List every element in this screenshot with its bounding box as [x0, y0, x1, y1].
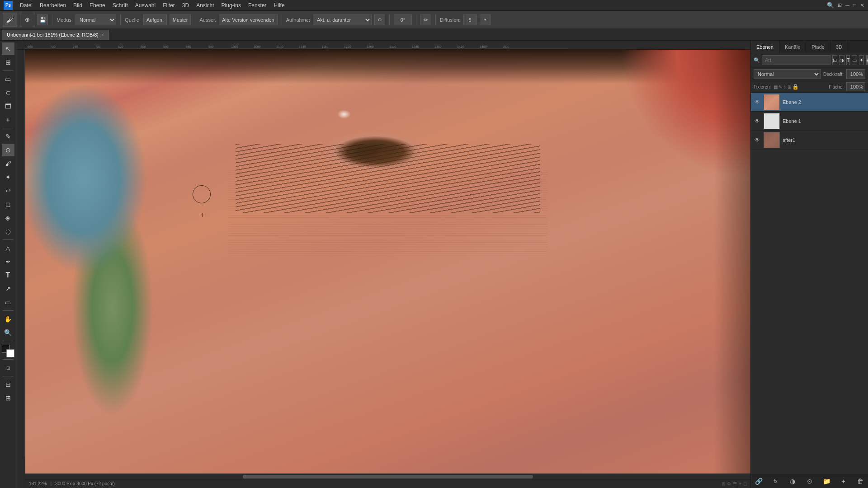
eraser-tool[interactable]: ◻	[2, 198, 14, 211]
menu-schrift[interactable]: Schrift	[113, 2, 128, 9]
horizontal-scrollbar[interactable]	[25, 474, 750, 479]
layer-filter-pixel[interactable]: ⊡	[832, 55, 837, 65]
layer-filter-smart[interactable]: ✦	[859, 55, 864, 65]
diffusion-arrow[interactable]: ▾	[480, 14, 491, 25]
opacity-input[interactable]	[846, 69, 865, 79]
tab-kanaele[interactable]: Kanäle	[779, 41, 806, 53]
text-tool[interactable]: T	[2, 269, 14, 282]
tab-ebenen[interactable]: Ebenen	[751, 41, 779, 53]
lock-position-icon[interactable]: ✛	[783, 84, 787, 89]
clone-stamp-tool[interactable]: ✦	[2, 171, 14, 183]
canvas-area[interactable]: 660 700 740 780 820 860 900 940 980 1020…	[16, 41, 750, 488]
tool-icon-heal2[interactable]: ⊕	[20, 13, 34, 27]
lasso-tool[interactable]: ⊂	[2, 86, 14, 99]
layer-item-ebene2[interactable]: 👁 Ebene 2	[751, 93, 868, 112]
menu-ebene[interactable]: Ebene	[90, 2, 105, 9]
dodge-tool[interactable]: △	[2, 242, 14, 254]
search-icon[interactable]: 🔍	[827, 2, 834, 9]
brush-tool[interactable]: 🖌	[2, 157, 14, 170]
tab-bar: Unbenannt-1 bei 181% (Ebene 2, RGB/8) ×	[0, 29, 868, 41]
layer-filter-type[interactable]: T	[846, 55, 850, 65]
hand-tool[interactable]: ✋	[2, 313, 14, 325]
menu-auswahl[interactable]: Auswahl	[135, 2, 156, 9]
panel-tabs: Ebenen Kanäle Pfade 3D	[751, 41, 868, 53]
lock-paint-icon[interactable]: ✎	[778, 84, 782, 89]
menu-bearbeiten[interactable]: Bearbeiten	[40, 2, 66, 9]
menu-filter[interactable]: Filter	[163, 2, 175, 9]
gradient-tool[interactable]: ◈	[2, 211, 14, 224]
layer-group-button[interactable]: 📁	[821, 476, 831, 486]
toolbar-separator-7	[3, 376, 14, 376]
lock-all-icon[interactable]: 🔒	[792, 84, 799, 90]
tab-3d[interactable]: 3D	[830, 41, 848, 53]
layer-delete-button[interactable]: 🗑	[855, 476, 865, 486]
angle-input[interactable]	[394, 14, 412, 25]
window-minimize[interactable]: ─	[845, 2, 849, 9]
object-select-tool[interactable]: 🗔	[2, 100, 14, 113]
lock-artboard-icon[interactable]: ⊞	[788, 84, 791, 89]
layer-filter-toggle[interactable]: ◉	[866, 55, 868, 65]
fill-input[interactable]	[846, 82, 865, 91]
tab-close-button[interactable]: ×	[101, 33, 104, 38]
separator-6	[416, 14, 416, 25]
blend-mode-select[interactable]: Normal	[754, 69, 821, 79]
layer-adjust-button[interactable]: ⊙	[805, 476, 815, 486]
blur-tool[interactable]: ◌	[2, 225, 14, 238]
left-toolbar: ↖ ⊞ ▭ ⊂ 🗔 ⌗ ✎ ⊙ 🖌 ✦ ↩ ◻ ◈ ◌ △ ✒ T ↗ ▭ ✋ …	[0, 41, 16, 488]
menu-plugins[interactable]: Plug-ins	[222, 2, 241, 9]
muster-button[interactable]: Muster	[170, 14, 191, 25]
shape-tool[interactable]: ▭	[2, 296, 14, 309]
layer-visibility-after1[interactable]: 👁	[754, 136, 761, 144]
marquee-tool[interactable]: ▭	[2, 73, 14, 85]
path-select-tool[interactable]: ↗	[2, 282, 14, 295]
layer-visibility-ebene2[interactable]: 👁	[754, 99, 761, 106]
scrollbar-thumb[interactable]	[243, 475, 533, 479]
document-tab[interactable]: Unbenannt-1 bei 181% (Ebene 2, RGB/8) ×	[2, 30, 109, 40]
pen-tool[interactable]: ✒	[2, 255, 14, 268]
lock-label: Fixieren:	[754, 84, 771, 89]
ruler-left	[16, 50, 25, 488]
brush-icon[interactable]: ✏	[420, 14, 431, 25]
tool-save-icon[interactable]: 💾	[37, 14, 48, 25]
quick-mask-tool[interactable]: ⊡	[2, 361, 14, 374]
layer-style-button[interactable]: fx	[771, 476, 781, 486]
healing-brush-tool[interactable]: ⊙	[2, 144, 14, 156]
layer-search-input[interactable]	[762, 55, 830, 65]
crop-tool[interactable]: ⌗	[2, 113, 14, 126]
history-brush-tool[interactable]: ↩	[2, 184, 14, 197]
menu-hilfe[interactable]: Hilfe	[274, 2, 285, 9]
layer-new-button[interactable]: +	[839, 476, 849, 486]
menu-datei[interactable]: Datei	[20, 2, 33, 9]
separator-3	[195, 14, 195, 25]
menu-fenster[interactable]: Fenster	[248, 2, 267, 9]
layer-mask-button[interactable]: ◑	[788, 476, 797, 486]
modus-select[interactable]: Normal	[75, 14, 116, 25]
sample-icon[interactable]: ⊙	[374, 14, 385, 25]
tool-icon-heal[interactable]: 🖌	[3, 13, 17, 27]
diffusion-input[interactable]	[463, 14, 477, 25]
layer-link-button[interactable]: 🔗	[754, 476, 764, 486]
eyedropper-tool[interactable]: ✎	[2, 130, 14, 143]
lock-transparent-icon[interactable]: ▦	[774, 84, 778, 89]
window-close[interactable]: ✕	[860, 2, 864, 9]
menu-ansicht[interactable]: Ansicht	[196, 2, 214, 9]
move-tool[interactable]: ↖	[2, 42, 14, 55]
aufgen-button[interactable]: Aufgen.	[143, 14, 167, 25]
tab-pfade[interactable]: Pfade	[806, 41, 830, 53]
alte-version-button[interactable]: Alte Version verwenden	[219, 14, 278, 25]
artboard-tool[interactable]: ⊞	[2, 56, 14, 69]
layer-filter-shape[interactable]: ▭	[852, 55, 857, 65]
layer-item-ebene1[interactable]: 👁 Ebene 1	[751, 112, 868, 131]
zoom-tool[interactable]: 🔍	[2, 326, 14, 339]
aufnahme-select[interactable]: Akt. u. darunter	[313, 14, 372, 25]
screen-mode-tool[interactable]: ⊟	[2, 378, 14, 391]
layer-visibility-ebene1[interactable]: 👁	[754, 117, 761, 125]
canvas-image[interactable]: +	[25, 50, 750, 479]
multi-window-tool[interactable]: ⊞	[2, 392, 14, 404]
menu-3d[interactable]: 3D	[182, 2, 189, 9]
color-picker[interactable]	[2, 345, 14, 357]
layer-item-after1[interactable]: 👁 after1	[751, 131, 868, 150]
window-maximize[interactable]: □	[853, 2, 856, 9]
menu-bild[interactable]: Bild	[73, 2, 82, 9]
layer-filter-adjust[interactable]: ◑	[839, 55, 844, 65]
